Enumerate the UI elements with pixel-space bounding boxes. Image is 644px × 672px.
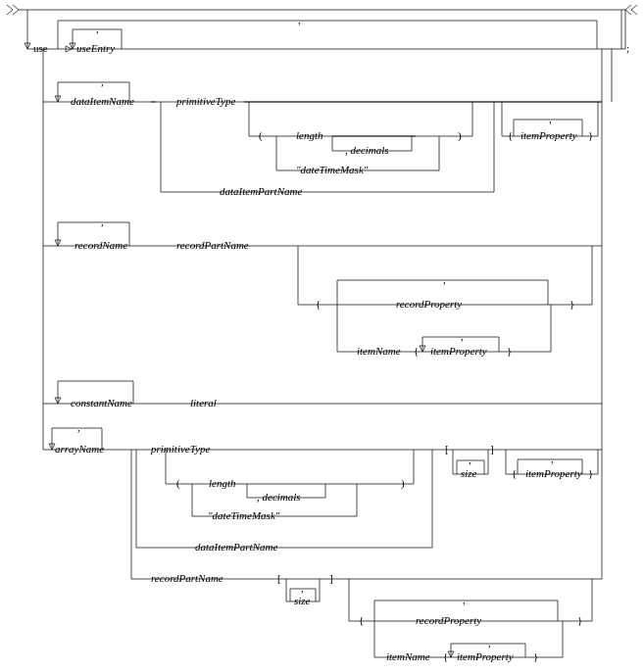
nonterminal-useEntry: useEntry	[76, 42, 115, 54]
rail-end-icon	[625, 5, 637, 15]
separator-comma: ,	[463, 594, 466, 605]
nonterminal-length: length	[296, 129, 323, 141]
nonterminal-decimals: , decimals	[345, 144, 389, 156]
nonterminal-primitiveType: primitiveType	[150, 443, 210, 455]
terminal-rbrace: }	[577, 614, 582, 626]
nonterminal-arrayName: arrayName	[55, 443, 104, 455]
terminal-rbrace: }	[570, 298, 574, 310]
nonterminal-constantName: constantName	[71, 397, 132, 408]
nonterminal-itemProperty: itemProperty	[525, 467, 582, 479]
terminal-lparen: (	[259, 129, 263, 142]
keyword-use: use	[33, 42, 48, 54]
terminal-lbracket: [	[445, 443, 449, 455]
separator-comma: ,	[488, 637, 491, 648]
separator-comma: ,	[96, 23, 99, 34]
nonterminal-itemName: itemName	[386, 650, 430, 662]
terminal-dateTimeMask: "dateTimeMask"	[208, 509, 280, 521]
nonterminal-length: length	[209, 477, 236, 489]
nonterminal-itemProperty: itemProperty	[430, 345, 487, 357]
separator-comma: ,	[443, 273, 446, 285]
separator-comma: ,	[301, 582, 304, 594]
nonterminal-literal: literal	[190, 397, 217, 408]
terminal-lparen: (	[176, 477, 180, 490]
nonterminal-recordProperty: recordProperty	[396, 298, 462, 310]
branch-dataItemName: , dataItemName primitiveType ( length , …	[43, 49, 602, 197]
nonterminal-recordPartName: recordPartName	[151, 572, 223, 584]
nonterminal-recordName: recordName	[74, 239, 127, 251]
separator-comma: ,	[469, 454, 471, 465]
terminal-rbrace: }	[507, 345, 512, 357]
nonterminal-size: size	[461, 467, 477, 479]
nonterminal-itemName: itemName	[357, 345, 401, 357]
terminal-lbrace: {	[443, 650, 448, 662]
terminal-rbrace: }	[588, 467, 593, 479]
nonterminal-size: size	[294, 595, 311, 606]
nonterminal-dataItemPartName: dataItemPartName	[220, 185, 302, 197]
terminal-lbrace: {	[414, 345, 419, 357]
separator-comma: ,	[101, 75, 104, 87]
terminal-rbrace: }	[533, 650, 538, 662]
nonterminal-dataItemName: dataItemName	[71, 95, 134, 107]
terminal-lbracket: [	[277, 572, 281, 584]
nonterminal-itemProperty: itemProperty	[457, 650, 514, 662]
terminal-rparen: )	[458, 129, 462, 142]
terminal-rparen: )	[401, 477, 405, 490]
terminator-semicolon: ;	[626, 42, 629, 54]
nonterminal-recordProperty: recordProperty	[416, 614, 481, 626]
separator-comma: ,	[461, 330, 464, 342]
terminal-rbracket: ]	[490, 443, 494, 455]
railroad-diagram: line, path { stroke:#000; stroke-width:0…	[4, 4, 640, 668]
terminal-lbrace: {	[512, 467, 517, 479]
terminal-rbracket: ]	[329, 572, 333, 584]
nonterminal-recordPartName: recordPartName	[176, 239, 249, 251]
rail-start-icon	[7, 5, 19, 15]
nonterminal-decimals: , decimals	[257, 491, 301, 503]
branch-constantName: constantName literal	[43, 246, 602, 408]
separator-comma: ,	[549, 113, 552, 124]
branch-arrayName: , arrayName primitiveType ( length , dec…	[43, 404, 602, 662]
nonterminal-itemProperty: itemProperty	[520, 129, 577, 141]
nonterminal-primitiveType: primitiveType	[175, 95, 235, 107]
terminal-lbrace: {	[316, 298, 321, 310]
terminal-dateTimeMask: "dateTimeMask"	[296, 164, 369, 175]
terminal-lbrace: {	[508, 129, 513, 141]
terminal-lbrace: {	[359, 614, 364, 626]
separator-comma: ,	[298, 14, 301, 25]
separator-comma: ,	[551, 453, 554, 464]
nonterminal-dataItemPartName: dataItemPartName	[195, 541, 277, 552]
separator-comma: ,	[77, 421, 80, 433]
terminal-rbrace: }	[588, 129, 593, 141]
separator-comma: ,	[101, 216, 104, 227]
